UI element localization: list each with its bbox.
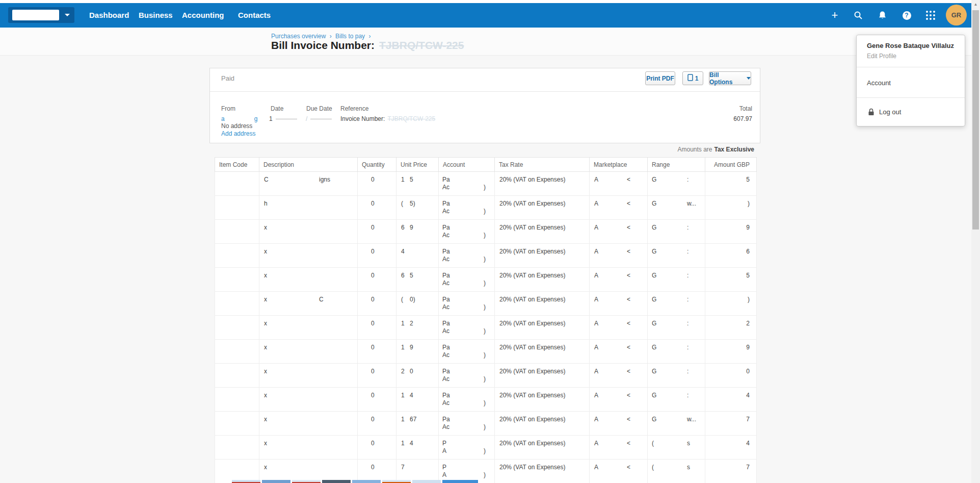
cell-fragment: 0 (371, 440, 375, 447)
cell-fragment: ( (401, 200, 403, 207)
cell-fragment: : (687, 224, 688, 231)
table-row[interactable]: x020PaAc)20% (VAT on Expenses)A<G:0 (215, 364, 757, 388)
cell-description: x (259, 220, 358, 244)
cell-amount: 0 (705, 364, 757, 388)
cell-fragment: A (594, 464, 598, 471)
cell-unit-price: 4 (396, 244, 439, 268)
table-row[interactable]: xC0(0)PaAc)20% (VAT on Expenses)A<G:) (215, 292, 757, 316)
cell-fragment: 0) (410, 296, 415, 303)
cell-fragment: A (594, 248, 598, 255)
cell-fragment: 0 (371, 320, 375, 327)
cell-fragment: Ac (442, 327, 449, 335)
cell-fragment: G (652, 200, 656, 207)
cell-fragment: s (687, 440, 690, 447)
cell-fragment: < (627, 320, 630, 327)
nav-item-accounting[interactable]: Accounting (182, 3, 224, 28)
organisation-selector[interactable] (8, 7, 74, 23)
print-pdf-button[interactable]: Print PDF (645, 71, 675, 85)
cell-fragment: 20% (VAT on Expenses) (499, 464, 565, 471)
cell-tax-rate: 20% (VAT on Expenses) (495, 220, 590, 244)
cell-unit-price: 14 (396, 436, 439, 460)
cell-fragment: ) (484, 279, 486, 287)
avatar[interactable]: GR (946, 5, 967, 26)
cell-fragment: 20% (VAT on Expenses) (499, 368, 565, 375)
attachments-button[interactable]: 1 (682, 71, 703, 85)
line-items-table: Item Code Description Quantity Unit Pric… (215, 157, 757, 483)
table-row[interactable]: x04PaAc)20% (VAT on Expenses)A<G:6 (215, 244, 757, 268)
cell-quantity: 0 (358, 196, 396, 220)
cell-fragment: ) (484, 208, 486, 215)
cell-marketplace: A< (590, 436, 648, 460)
add-icon[interactable]: + (827, 7, 843, 23)
nav-item-contacts[interactable]: Contacts (238, 3, 271, 28)
cell-marketplace: A< (590, 220, 648, 244)
menu-item-logout[interactable]: Log out (879, 108, 901, 116)
redaction-bar (310, 118, 332, 120)
cell-fragment: ) (484, 232, 486, 239)
cell-fragment: 2 (746, 320, 750, 327)
cell-fragment: Pa (442, 416, 450, 423)
cell-fragment: Pa (442, 248, 450, 255)
table-row[interactable]: x0167PaAc)20% (VAT on Expenses)A<Gw...7 (215, 412, 757, 436)
bill-options-label: Bill Options (709, 71, 744, 86)
cell-fragment: : (687, 344, 688, 351)
col-item-code: Item Code (215, 158, 259, 172)
cell-fragment: 0 (371, 224, 375, 231)
cell-fragment: Pa (442, 368, 450, 375)
cell-fragment: 20% (VAT on Expenses) (499, 176, 565, 183)
cell-fragment: C (264, 176, 269, 183)
nav-item-business[interactable]: Business (139, 3, 173, 28)
cell-fragment: 67 (410, 416, 416, 423)
cell-fragment: 6 (401, 224, 405, 231)
add-address-link[interactable]: Add address (221, 130, 255, 137)
cell-item-code (215, 244, 259, 268)
cell-tax-rate: 20% (VAT on Expenses) (495, 316, 590, 340)
table-row[interactable]: x069PaAc)20% (VAT on Expenses)A<G:9 (215, 220, 757, 244)
cell-fragment: 0 (371, 392, 375, 399)
table-row[interactable]: x014PaAc)20% (VAT on Expenses)A<G:4 (215, 388, 757, 412)
cell-quantity: 0 (358, 292, 396, 316)
cell-range: G: (648, 340, 705, 364)
menu-item-account[interactable]: Account (867, 79, 891, 87)
cell-fragment: Ac (442, 256, 449, 263)
bill-options-button[interactable]: Bill Options (709, 71, 751, 85)
cell-fragment: G (652, 416, 656, 423)
scrollbar[interactable]: ▲ (971, 0, 980, 483)
plus-glyph: + (832, 10, 838, 21)
cell-fragment: igns (319, 176, 330, 183)
cell-fragment: G (652, 320, 656, 327)
cell-fragment: 20% (VAT on Expenses) (499, 440, 565, 447)
table-row[interactable]: Cigns015PaAc)20% (VAT on Expenses)A<G:5 (215, 172, 757, 196)
search-icon[interactable] (850, 7, 866, 23)
table-row[interactable]: x012PaAc)20% (VAT on Expenses)A<G:2 (215, 316, 757, 340)
taskbar-tile (382, 480, 411, 483)
from-contact-link[interactable]: ag (221, 115, 257, 122)
nav-item-dashboard[interactable]: Dashboard (89, 3, 129, 28)
table-row[interactable]: x014PA)20% (VAT on Expenses)A<(s4 (215, 436, 757, 460)
scrollbar-thumb[interactable] (972, 10, 979, 230)
table-row[interactable]: h0(5)PaAc)20% (VAT on Expenses)A<Gw...) (215, 196, 757, 220)
from-label: From (221, 105, 235, 112)
cell-fragment: 2 (401, 368, 405, 375)
help-icon[interactable]: ? (898, 7, 915, 23)
cell-tax-rate: 20% (VAT on Expenses) (495, 436, 590, 460)
cell-quantity: 0 (358, 244, 396, 268)
cell-fragment: Pa (442, 176, 450, 183)
breadcrumb-purchases-overview[interactable]: Purchases overview (271, 33, 326, 40)
breadcrumb-bills-to-pay[interactable]: Bills to pay (335, 33, 365, 40)
cell-fragment: 0 (371, 176, 375, 183)
scrollbar-up-arrow[interactable]: ▲ (971, 1, 980, 8)
cell-description: h (259, 196, 358, 220)
cell-account: PaAc) (439, 196, 495, 220)
breadcrumb: Purchases overview › Bills to pay › (271, 33, 373, 40)
table-row[interactable]: x065PaAc)20% (VAT on Expenses)A<G:5 (215, 268, 757, 292)
screen: Dashboard Business Accounting Contacts +… (0, 0, 980, 483)
table-row[interactable]: x019PaAc)20% (VAT on Expenses)A<G:9 (215, 340, 757, 364)
edit-profile-link[interactable]: Edit Profile (867, 53, 896, 60)
cell-fragment: : (687, 176, 688, 183)
apps-grid-icon[interactable] (922, 7, 939, 23)
cell-account: PA) (439, 436, 495, 460)
notifications-bell-icon[interactable] (874, 7, 890, 23)
cell-fragment: 20% (VAT on Expenses) (499, 344, 565, 351)
cell-description: xC (259, 292, 358, 316)
